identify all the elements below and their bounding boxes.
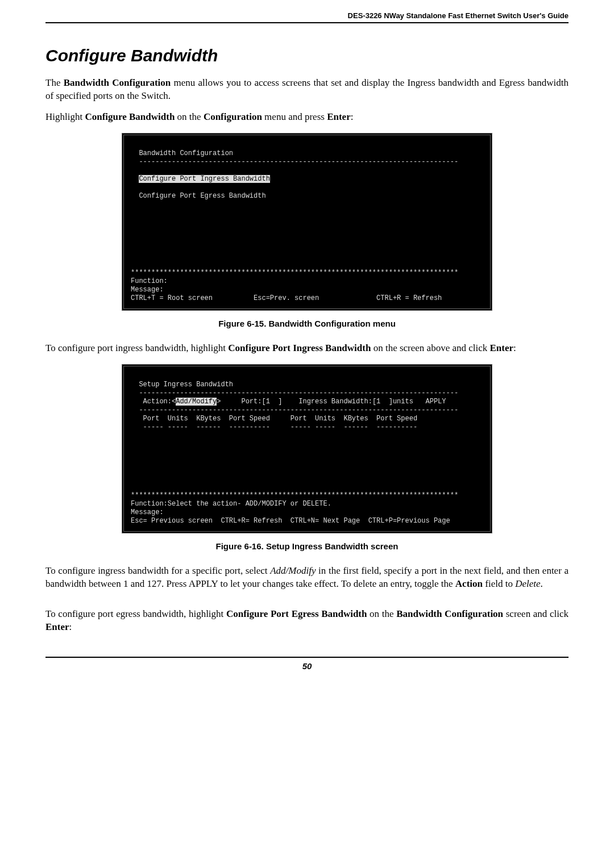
figure-caption-2: Figure 6-16. Setup Ingress Bandwidth scr… (45, 541, 569, 551)
p3d: Enter (490, 343, 514, 353)
p2d: Configuration (204, 111, 262, 122)
t1-stars: ****************************************… (131, 269, 458, 277)
p2g: : (351, 111, 354, 122)
t1-title: Bandwidth Configuration (131, 149, 233, 157)
t2-message: Message: (131, 508, 164, 516)
p5c: on the (367, 608, 396, 619)
t2-action-a: Action:< (131, 398, 176, 406)
p5d: Bandwidth Configuration (396, 608, 503, 619)
p4g: . (541, 578, 543, 589)
t2-stars: ****************************************… (131, 491, 458, 499)
p2c: on the (175, 111, 204, 122)
p3a: To configure port ingress bandwidth, hig… (45, 343, 228, 353)
p4a: To configure ingress bandwidth for a spe… (45, 565, 270, 576)
t2-head: Port Units KBytes Port Speed Port Units … (131, 415, 417, 423)
p3e: : (513, 343, 516, 353)
page-number: 50 (302, 661, 312, 671)
t1-message: Message: (131, 286, 164, 294)
p1a: The (45, 77, 64, 88)
terminal-setup-ingress: Setup Ingress Bandwidth ----------------… (122, 364, 492, 533)
t1-pad (131, 175, 139, 183)
p5a: To configure port egress bandwidth, high… (45, 608, 226, 619)
p5f: Enter (45, 621, 69, 632)
paragraph-5: To configure port egress bandwidth, high… (45, 608, 569, 634)
t1-function: Function: (131, 277, 168, 285)
p2f: Enter (327, 111, 351, 122)
p3c: on the screen above and click (371, 343, 489, 353)
t1-rule: ----------------------------------------… (131, 158, 458, 166)
t2-footer: Esc= Previous screen CTRL+R= Refresh CTR… (131, 517, 450, 525)
t1-ingress-selected: Configure Port Ingress Bandwidth (139, 175, 269, 183)
paragraph-1: The Bandwidth Configuration menu allows … (45, 77, 569, 103)
p5e: screen and click (503, 608, 569, 619)
terminal-bandwidth-config: Bandwidth Configuration ----------------… (122, 133, 492, 311)
t2-function: Function:Select the action- ADD/MODIFY o… (131, 500, 331, 508)
paragraph-4: To configure ingress bandwidth for a spe… (45, 565, 569, 591)
header-guide: DES-3226 NWay Standalone Fast Ethernet S… (45, 11, 569, 22)
t2-rule1: ----------------------------------------… (131, 389, 458, 397)
p2a: Highlight (45, 111, 85, 122)
t2-dash: ----- ----- ------ ---------- ----- ----… (131, 423, 417, 431)
section-title: Configure Bandwidth (45, 46, 569, 65)
t2-title: Setup Ingress Bandwidth (131, 381, 233, 389)
t2-action-b: > Port:[1 ] Ingress Bandwidth:[1 ]units … (217, 398, 446, 406)
t2-action-hl: Add/Modify (176, 398, 217, 406)
p2e: menu and press (262, 111, 327, 122)
paragraph-3: To configure port ingress bandwidth, hig… (45, 342, 569, 355)
t2-rule2: ----------------------------------------… (131, 406, 458, 414)
p3b: Configure Port Ingress Bandwidth (228, 343, 371, 353)
p4d: Action (455, 578, 483, 589)
p1b: Bandwidth Configuration (64, 77, 171, 88)
p2b: Configure Bandwidth (85, 111, 175, 122)
paragraph-2: Highlight Configure Bandwidth on the Con… (45, 111, 569, 124)
p5g: : (69, 621, 72, 632)
p4b: Add/Modify (270, 565, 316, 576)
p4e: field to (483, 578, 515, 589)
t1-footer: CTRL+T = Root screen Esc=Prev. screen CT… (131, 294, 442, 302)
p4f: Delete (515, 578, 540, 589)
p5b: Configure Port Egress Bandwidth (226, 608, 367, 619)
figure-caption-1: Figure 6-15. Bandwidth Configuration men… (45, 319, 569, 328)
t1-egress: Configure Port Egress Bandwidth (131, 192, 266, 200)
